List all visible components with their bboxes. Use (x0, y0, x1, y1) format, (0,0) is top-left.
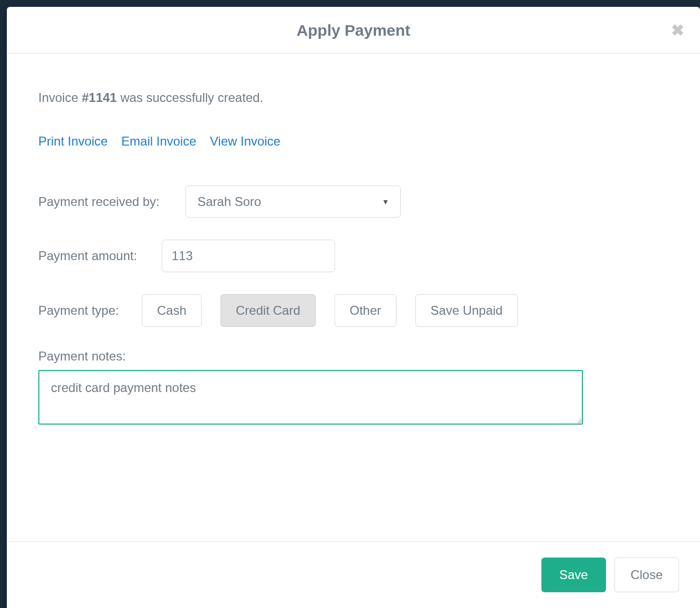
payment-type-credit-card[interactable]: Credit Card (221, 294, 316, 327)
success-prefix: Invoice (38, 90, 82, 105)
apply-payment-modal: Apply Payment ✖ Invoice #1141 was succes… (7, 7, 700, 608)
modal-footer: Save Close (7, 541, 700, 608)
notes-label: Payment notes: (38, 349, 668, 364)
payment-type-other[interactable]: Other (335, 294, 396, 327)
success-message: Invoice #1141 was successfully created. (38, 90, 668, 105)
type-label: Payment type: (38, 303, 142, 318)
invoice-links: Print Invoice Email Invoice View Invoice (38, 134, 668, 149)
type-row: Payment type: Cash Credit Card Other Sav… (38, 294, 668, 327)
amount-row: Payment amount: (38, 240, 668, 272)
received-by-select-wrap: Sarah Soro ▼ (185, 186, 401, 218)
received-by-row: Payment received by: Sarah Soro ▼ (38, 186, 668, 218)
email-invoice-link[interactable]: Email Invoice (121, 134, 196, 149)
payment-type-cash[interactable]: Cash (142, 294, 202, 327)
amount-label: Payment amount: (38, 249, 162, 263)
close-icon[interactable]: ✖ (671, 23, 684, 38)
save-button[interactable]: Save (541, 558, 606, 592)
notes-textarea[interactable] (38, 370, 583, 425)
amount-input[interactable] (162, 240, 335, 272)
received-by-select[interactable]: Sarah Soro (185, 186, 401, 218)
success-suffix: was successfully created. (117, 90, 263, 105)
received-by-label: Payment received by: (38, 194, 185, 209)
payment-type-save-unpaid[interactable]: Save Unpaid (415, 294, 518, 327)
payment-type-group: Cash Credit Card Other Save Unpaid (142, 294, 518, 327)
modal-body: Invoice #1141 was successfully created. … (7, 54, 700, 541)
modal-title: Apply Payment (17, 22, 689, 39)
close-button[interactable]: Close (614, 558, 679, 592)
invoice-number: #1141 (82, 90, 117, 105)
modal-header: Apply Payment ✖ (7, 7, 700, 54)
view-invoice-link[interactable]: View Invoice (210, 134, 280, 149)
print-invoice-link[interactable]: Print Invoice (38, 134, 108, 149)
